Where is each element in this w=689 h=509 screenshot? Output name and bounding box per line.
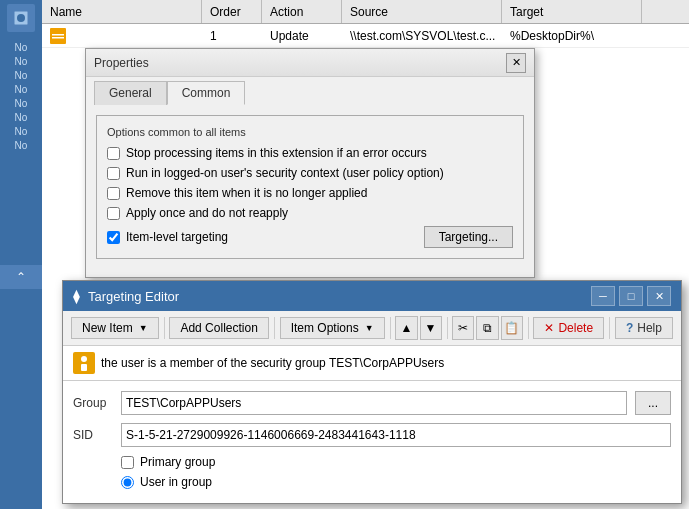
targeting-dialog-title: Targeting Editor xyxy=(88,289,179,304)
sidebar-label: No xyxy=(15,84,28,95)
targeting-info-text: the user is a member of the security gro… xyxy=(101,356,444,370)
svg-rect-3 xyxy=(52,34,64,36)
properties-content: Options common to all items Stop process… xyxy=(86,105,534,277)
cell-target: %DesktopDir%\ xyxy=(502,24,642,47)
checkbox-row-2: Run in logged-on user's security context… xyxy=(107,166,513,180)
col-header-target[interactable]: Target xyxy=(502,0,642,23)
primary-group-checkbox[interactable] xyxy=(121,456,134,469)
toolbar-separator-2 xyxy=(274,317,275,339)
help-button[interactable]: ? Help xyxy=(615,317,673,339)
tab-common[interactable]: Common xyxy=(167,81,246,105)
table-row[interactable]: 1 Update \\test.com\SYSVOL\test.c... %De… xyxy=(42,24,689,48)
targeting-dialog: ⧫ Targeting Editor ─ □ ✕ New Item ▼ Add … xyxy=(62,280,682,504)
sid-label: SID xyxy=(73,428,113,442)
group-label: Group xyxy=(73,396,113,410)
move-up-button[interactable]: ▲ xyxy=(395,316,417,340)
copy-button[interactable]: ⧉ xyxy=(476,316,498,340)
checkbox-label-3: Remove this item when it is no longer ap… xyxy=(126,186,367,200)
svg-rect-7 xyxy=(81,364,87,371)
checkbox-label-2: Run in logged-on user's security context… xyxy=(126,166,444,180)
checkbox-run-logged-on[interactable] xyxy=(107,167,120,180)
sidebar-label: No xyxy=(15,56,28,67)
cell-source: \\test.com\SYSVOL\test.c... xyxy=(342,24,502,47)
sid-form-row: SID xyxy=(73,423,671,447)
cell-action: Update xyxy=(262,24,342,47)
targeting-main: Group ... SID Primary group User in grou… xyxy=(63,381,681,503)
properties-tabs: General Common xyxy=(86,77,534,105)
sid-input[interactable] xyxy=(121,423,671,447)
new-item-label: New Item xyxy=(82,321,133,335)
item-options-button[interactable]: Item Options ▼ xyxy=(280,317,385,339)
sidebar-label: No xyxy=(15,112,28,123)
targeting-info-icon xyxy=(73,352,95,374)
filter-icon: ⧫ xyxy=(73,288,80,304)
options-group: Options common to all items Stop process… xyxy=(96,115,524,259)
properties-dialog-title: Properties xyxy=(94,56,149,70)
browse-button[interactable]: ... xyxy=(635,391,671,415)
sidebar-label: No xyxy=(15,126,28,137)
help-label: Help xyxy=(637,321,662,335)
cell-name xyxy=(42,24,202,47)
properties-dialog: Properties ✕ General Common Options comm… xyxy=(85,48,535,278)
group-input[interactable] xyxy=(121,391,627,415)
targeting-title-left: ⧫ Targeting Editor xyxy=(73,288,179,304)
row-icon xyxy=(50,28,66,44)
help-icon: ? xyxy=(626,321,633,335)
cell-order: 1 xyxy=(202,24,262,47)
sidebar-label: No xyxy=(15,140,28,151)
svg-point-6 xyxy=(81,356,87,362)
sidebar-label: No xyxy=(15,42,28,53)
checkbox-apply-once[interactable] xyxy=(107,207,120,220)
cut-button[interactable]: ✂ xyxy=(452,316,474,340)
targeting-minimize-button[interactable]: ─ xyxy=(591,286,615,306)
targeting-info-bar: the user is a member of the security gro… xyxy=(63,346,681,381)
col-header-name[interactable]: Name xyxy=(42,0,202,23)
sidebar-top-icon xyxy=(12,9,30,27)
item-options-label: Item Options xyxy=(291,321,359,335)
checkbox-label-1: Stop processing items in this extension … xyxy=(126,146,427,160)
x-icon: ✕ xyxy=(544,321,554,335)
checkbox-item-level-targeting[interactable] xyxy=(107,231,120,244)
checkbox-label-4: Apply once and do not reapply xyxy=(126,206,288,220)
left-sidebar: No No No No No No No No ⌃ xyxy=(0,0,42,509)
properties-close-button[interactable]: ✕ xyxy=(506,53,526,73)
targeting-maximize-button[interactable]: □ xyxy=(619,286,643,306)
sidebar-labels: No No No No No No No No xyxy=(15,42,28,151)
checkbox-label-5: Item-level targeting xyxy=(126,230,228,244)
tab-general[interactable]: General xyxy=(94,81,167,105)
toolbar-separator-3 xyxy=(390,317,391,339)
paste-button[interactable]: 📋 xyxy=(501,316,523,340)
targeting-row: Item-level targeting Targeting... xyxy=(107,226,513,248)
new-item-button[interactable]: New Item ▼ xyxy=(71,317,159,339)
move-down-button[interactable]: ▼ xyxy=(420,316,442,340)
svg-point-1 xyxy=(17,14,25,22)
svg-rect-4 xyxy=(52,37,64,39)
sidebar-label: No xyxy=(15,70,28,81)
primary-group-label: Primary group xyxy=(140,455,215,469)
svg-rect-2 xyxy=(50,28,66,44)
toolbar-separator-4 xyxy=(447,317,448,339)
item-options-dropdown-arrow: ▼ xyxy=(365,323,374,333)
sidebar-icon[interactable] xyxy=(7,4,35,32)
toolbar-separator-6 xyxy=(609,317,610,339)
sidebar-label: No xyxy=(15,98,28,109)
toolbar-separator-5 xyxy=(528,317,529,339)
sidebar-expand-btn[interactable]: ⌃ xyxy=(0,265,42,289)
targeting-titlebar: ⧫ Targeting Editor ─ □ ✕ xyxy=(63,281,681,311)
delete-label: Delete xyxy=(558,321,593,335)
user-in-group-row: User in group xyxy=(73,475,671,489)
toolbar-separator-1 xyxy=(164,317,165,339)
checkbox-stop-processing[interactable] xyxy=(107,147,120,160)
col-header-action[interactable]: Action xyxy=(262,0,342,23)
checkbox-remove-item[interactable] xyxy=(107,187,120,200)
col-header-source[interactable]: Source xyxy=(342,0,502,23)
targeting-close-button[interactable]: ✕ xyxy=(647,286,671,306)
properties-titlebar: Properties ✕ xyxy=(86,49,534,77)
col-header-order[interactable]: Order xyxy=(202,0,262,23)
targeting-button[interactable]: Targeting... xyxy=(424,226,513,248)
primary-group-row: Primary group xyxy=(73,455,671,469)
chevron-up-icon: ⌃ xyxy=(16,270,26,284)
add-collection-button[interactable]: Add Collection xyxy=(169,317,268,339)
user-in-group-radio[interactable] xyxy=(121,476,134,489)
delete-button[interactable]: ✕ Delete xyxy=(533,317,604,339)
